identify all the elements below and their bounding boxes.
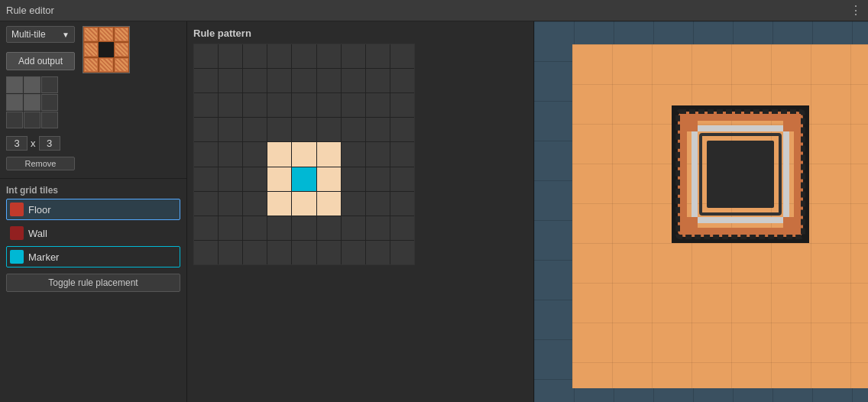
- add-output-button[interactable]: Add output: [6, 52, 75, 70]
- pattern-cell-2-5[interactable]: [317, 93, 341, 117]
- pattern-cell-0-7[interactable]: [366, 44, 390, 68]
- pattern-cell-4-5[interactable]: [317, 142, 341, 166]
- pattern-cell-8-5[interactable]: [317, 241, 341, 264]
- pattern-cell-4-1[interactable]: [219, 142, 242, 166]
- small-tile-6[interactable]: [6, 112, 23, 128]
- pattern-cell-0-3[interactable]: [267, 44, 291, 68]
- pattern-cell-6-1[interactable]: [219, 192, 242, 216]
- pattern-cell-7-8[interactable]: [390, 216, 414, 240]
- pattern-cell-0-4[interactable]: [292, 44, 316, 68]
- title-bar-menu-icon[interactable]: ⋮: [850, 3, 862, 18]
- pattern-cell-2-7[interactable]: [366, 93, 390, 117]
- pattern-cell-6-5[interactable]: [317, 192, 341, 216]
- pattern-cell-1-4[interactable]: [292, 69, 316, 92]
- pattern-cell-5-4[interactable]: [292, 167, 316, 191]
- pattern-cell-7-6[interactable]: [342, 216, 365, 240]
- pattern-cell-3-3[interactable]: [267, 118, 291, 141]
- remove-button[interactable]: Remove: [6, 157, 75, 170]
- pattern-cell-5-2[interactable]: [243, 167, 267, 191]
- pattern-cell-3-8[interactable]: [390, 118, 414, 141]
- pattern-cell-8-4[interactable]: [292, 241, 316, 264]
- pattern-cell-6-8[interactable]: [390, 192, 414, 216]
- pattern-cell-0-8[interactable]: [390, 44, 414, 68]
- pattern-cell-5-6[interactable]: [342, 167, 365, 191]
- pattern-cell-3-7[interactable]: [366, 118, 390, 141]
- small-tile-4[interactable]: [24, 94, 40, 111]
- pattern-cell-1-6[interactable]: [342, 69, 365, 92]
- toggle-rule-button[interactable]: Toggle rule placement: [6, 274, 180, 292]
- pattern-cell-4-4[interactable]: [292, 142, 316, 166]
- pattern-cell-1-0[interactable]: [194, 69, 218, 92]
- tile-item-floor[interactable]: Floor: [6, 199, 180, 220]
- pattern-cell-1-7[interactable]: [366, 69, 390, 92]
- pattern-cell-3-0[interactable]: [194, 118, 218, 141]
- pattern-cell-7-0[interactable]: [194, 216, 218, 240]
- pattern-cell-2-1[interactable]: [219, 93, 242, 117]
- pattern-cell-5-5[interactable]: [317, 167, 341, 191]
- pattern-cell-0-0[interactable]: [194, 44, 218, 68]
- pattern-cell-3-6[interactable]: [342, 118, 365, 141]
- small-tile-3[interactable]: [6, 94, 23, 111]
- pattern-cell-6-0[interactable]: [194, 192, 218, 216]
- pattern-cell-3-4[interactable]: [292, 118, 316, 141]
- pattern-cell-8-3[interactable]: [267, 241, 291, 264]
- pattern-cell-7-3[interactable]: [267, 216, 291, 240]
- pattern-cell-3-2[interactable]: [243, 118, 267, 141]
- pattern-cell-8-8[interactable]: [390, 241, 414, 264]
- small-tile-1[interactable]: [24, 76, 40, 93]
- pattern-cell-4-0[interactable]: [194, 142, 218, 166]
- small-tile-8[interactable]: [41, 112, 58, 128]
- pattern-cell-6-6[interactable]: [342, 192, 365, 216]
- pattern-cell-2-4[interactable]: [292, 93, 316, 117]
- pattern-cell-5-8[interactable]: [390, 167, 414, 191]
- pattern-cell-2-2[interactable]: [243, 93, 267, 117]
- pattern-cell-4-7[interactable]: [366, 142, 390, 166]
- pattern-cell-8-0[interactable]: [194, 241, 218, 264]
- pattern-cell-7-4[interactable]: [292, 216, 316, 240]
- tile-size-y-input[interactable]: [39, 136, 60, 151]
- pattern-cell-8-2[interactable]: [243, 241, 267, 264]
- pattern-cell-0-1[interactable]: [219, 44, 242, 68]
- small-tile-2[interactable]: [41, 76, 58, 93]
- pattern-cell-4-8[interactable]: [390, 142, 414, 166]
- pattern-cell-0-2[interactable]: [243, 44, 267, 68]
- pattern-cell-1-2[interactable]: [243, 69, 267, 92]
- pattern-cell-0-6[interactable]: [342, 44, 365, 68]
- pattern-cell-3-5[interactable]: [317, 118, 341, 141]
- pattern-cell-0-5[interactable]: [317, 44, 341, 68]
- pattern-cell-6-7[interactable]: [366, 192, 390, 216]
- pattern-cell-7-2[interactable]: [243, 216, 267, 240]
- pattern-cell-4-6[interactable]: [342, 142, 365, 166]
- tile-item-marker[interactable]: Marker: [6, 246, 180, 267]
- pattern-cell-3-1[interactable]: [219, 118, 242, 141]
- pattern-cell-8-1[interactable]: [219, 241, 242, 264]
- pattern-cell-8-7[interactable]: [366, 241, 390, 264]
- pattern-cell-5-1[interactable]: [219, 167, 242, 191]
- pattern-cell-4-3[interactable]: [267, 142, 291, 166]
- pattern-cell-1-5[interactable]: [317, 69, 341, 92]
- pattern-cell-7-7[interactable]: [366, 216, 390, 240]
- pattern-cell-2-0[interactable]: [194, 93, 218, 117]
- pattern-cell-2-8[interactable]: [390, 93, 414, 117]
- small-tile-0[interactable]: [6, 76, 23, 93]
- pattern-cell-7-1[interactable]: [219, 216, 242, 240]
- pattern-cell-7-5[interactable]: [317, 216, 341, 240]
- pattern-cell-1-3[interactable]: [267, 69, 291, 92]
- pattern-cell-2-3[interactable]: [267, 93, 291, 117]
- pattern-cell-6-4[interactable]: [292, 192, 316, 216]
- pattern-cell-4-2[interactable]: [243, 142, 267, 166]
- pattern-cell-6-3[interactable]: [267, 192, 291, 216]
- pattern-cell-5-3[interactable]: [267, 167, 291, 191]
- tile-size-x-input[interactable]: [6, 136, 28, 151]
- pattern-cell-2-6[interactable]: [342, 93, 365, 117]
- pattern-cell-8-6[interactable]: [342, 241, 365, 264]
- multi-tile-dropdown[interactable]: Multi-tile ▼: [6, 26, 75, 43]
- small-tile-5[interactable]: [41, 94, 58, 111]
- pattern-cell-1-8[interactable]: [390, 69, 414, 92]
- tile-item-wall[interactable]: Wall: [6, 222, 180, 244]
- pattern-cell-6-2[interactable]: [243, 192, 267, 216]
- pattern-cell-1-1[interactable]: [219, 69, 242, 92]
- small-tile-7[interactable]: [24, 112, 40, 128]
- pattern-cell-5-0[interactable]: [194, 167, 218, 191]
- pattern-cell-5-7[interactable]: [366, 167, 390, 191]
